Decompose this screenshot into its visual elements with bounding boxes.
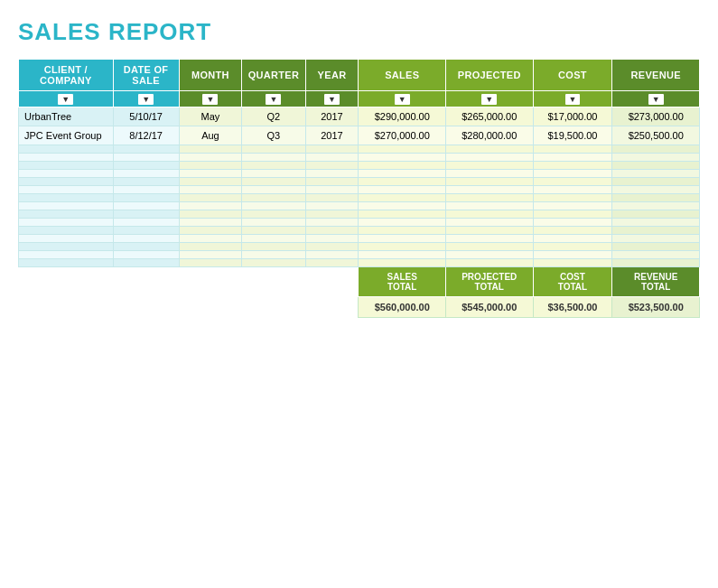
filter-month-btn[interactable]: ▼ bbox=[202, 94, 218, 105]
table-row bbox=[19, 186, 700, 194]
filter-quarter-btn[interactable]: ▼ bbox=[266, 94, 281, 105]
table-row bbox=[19, 235, 700, 243]
table-body: UrbanTree5/10/17MayQ22017$290,000.00$265… bbox=[19, 107, 700, 267]
total-sales-label: SALESTOTAL bbox=[359, 267, 446, 297]
header-month: MONTH bbox=[179, 60, 242, 91]
header-sales: SALES bbox=[359, 60, 446, 91]
total-revenue-label: REVENUETOTAL bbox=[612, 267, 700, 297]
table-row bbox=[19, 202, 700, 210]
total-cost-value: $36,500.00 bbox=[533, 297, 612, 318]
header-row: CLIENT /COMPANY DATE OFSALE MONTH QUARTE… bbox=[19, 60, 700, 91]
filter-cost[interactable]: ▼ bbox=[533, 91, 612, 107]
total-sales-value: $560,000.00 bbox=[359, 297, 446, 318]
table-row bbox=[19, 251, 700, 259]
table-row: JPC Event Group8/12/17AugQ32017$270,000.… bbox=[19, 126, 700, 145]
header-client: CLIENT /COMPANY bbox=[19, 60, 114, 91]
table-row bbox=[19, 154, 700, 162]
filter-year-btn[interactable]: ▼ bbox=[324, 94, 340, 105]
header-quarter: QUARTER bbox=[242, 60, 305, 91]
filter-cost-btn[interactable]: ▼ bbox=[565, 94, 581, 105]
table-row bbox=[19, 178, 700, 186]
table-row: UrbanTree5/10/17MayQ22017$290,000.00$265… bbox=[19, 107, 700, 126]
header-projected: PROJECTED bbox=[446, 60, 534, 91]
filter-row: ▼ ▼ ▼ ▼ ▼ ▼ ▼ ▼ ▼ bbox=[19, 91, 700, 107]
filter-sales[interactable]: ▼ bbox=[359, 91, 446, 107]
table-row bbox=[19, 162, 700, 170]
table-row bbox=[19, 243, 700, 251]
filter-year[interactable]: ▼ bbox=[305, 91, 359, 107]
filter-sales-btn[interactable]: ▼ bbox=[395, 94, 410, 105]
filter-date[interactable]: ▼ bbox=[113, 91, 179, 107]
filter-quarter[interactable]: ▼ bbox=[242, 91, 305, 107]
table-row bbox=[19, 227, 700, 235]
filter-revenue-btn[interactable]: ▼ bbox=[648, 94, 664, 105]
totals-label-row: SALESTOTAL PROJECTEDTOTAL COSTTOTAL REVE… bbox=[19, 267, 700, 297]
table-row bbox=[19, 145, 700, 154]
total-cost-label: COSTTOTAL bbox=[533, 267, 612, 297]
table-row bbox=[19, 259, 700, 267]
page-title: SALES REPORT bbox=[18, 18, 700, 46]
header-cost: COST bbox=[533, 60, 612, 91]
header-year: YEAR bbox=[305, 60, 359, 91]
sales-table: CLIENT /COMPANY DATE OFSALE MONTH QUARTE… bbox=[18, 59, 700, 318]
filter-projected-btn[interactable]: ▼ bbox=[481, 94, 497, 105]
table-row bbox=[19, 194, 700, 202]
total-projected-value: $545,000.00 bbox=[446, 297, 534, 318]
total-projected-label: PROJECTEDTOTAL bbox=[446, 267, 534, 297]
table-row bbox=[19, 170, 700, 178]
header-date: DATE OFSALE bbox=[113, 60, 179, 91]
header-revenue: REVENUE bbox=[612, 60, 700, 91]
filter-month[interactable]: ▼ bbox=[179, 91, 242, 107]
filter-projected[interactable]: ▼ bbox=[446, 91, 534, 107]
table-footer: SALESTOTAL PROJECTEDTOTAL COSTTOTAL REVE… bbox=[19, 267, 700, 318]
filter-client-btn[interactable]: ▼ bbox=[58, 94, 73, 105]
table-row bbox=[19, 219, 700, 227]
filter-date-btn[interactable]: ▼ bbox=[138, 94, 154, 105]
totals-value-row: $560,000.00 $545,000.00 $36,500.00 $523,… bbox=[19, 297, 700, 318]
table-row bbox=[19, 210, 700, 219]
total-revenue-value: $523,500.00 bbox=[612, 297, 700, 318]
filter-client[interactable]: ▼ bbox=[19, 91, 114, 107]
filter-revenue[interactable]: ▼ bbox=[612, 91, 700, 107]
